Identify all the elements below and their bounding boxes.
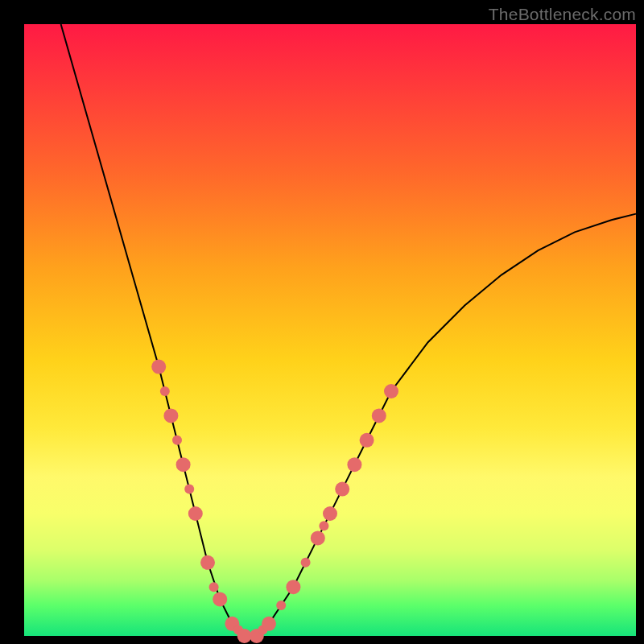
data-point	[160, 386, 170, 396]
data-point	[311, 530, 325, 545]
data-point	[323, 506, 337, 521]
curve-layer	[61, 24, 636, 636]
data-point	[209, 582, 219, 592]
data-point	[188, 506, 203, 521]
data-point	[184, 485, 194, 494]
data-point	[172, 436, 182, 445]
data-point	[151, 360, 166, 374]
chart-svg	[24, 24, 636, 636]
data-point	[384, 384, 398, 398]
data-point	[176, 457, 191, 472]
marker-layer	[151, 360, 398, 643]
bottleneck-curve	[61, 24, 636, 636]
data-point	[372, 408, 386, 423]
data-point	[286, 580, 300, 594]
data-point	[301, 558, 311, 568]
watermark-label: TheBottleneck.com	[489, 5, 636, 24]
chart-stage: TheBottleneck.com	[0, 0, 644, 644]
data-point	[347, 457, 361, 472]
data-point	[262, 617, 276, 631]
data-point	[319, 521, 328, 530]
data-point	[276, 601, 286, 610]
data-point	[200, 555, 215, 570]
data-point	[163, 408, 178, 423]
data-point	[213, 592, 227, 606]
plot-area	[24, 24, 636, 636]
data-point	[360, 433, 374, 448]
data-point	[335, 482, 349, 497]
